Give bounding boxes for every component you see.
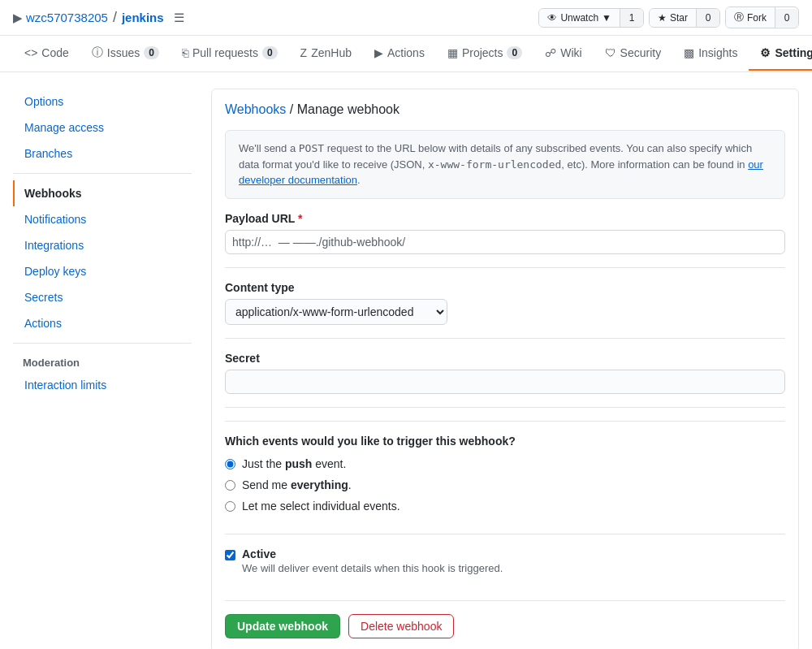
sidebar-item-webhooks[interactable]: Webhooks [13, 180, 192, 206]
payload-url-label: Payload URL * [225, 212, 785, 225]
event-everything-radio[interactable] [225, 480, 235, 491]
info-period: . [357, 174, 361, 186]
update-webhook-button[interactable]: Update webhook [225, 614, 340, 638]
event-push-option[interactable]: Just the push event. [225, 457, 785, 470]
content-type-select[interactable]: application/x-www-form-urlencoded applic… [225, 299, 447, 325]
tab-settings[interactable]: ⚙ Settings [749, 37, 812, 71]
content-type-label: Content type [225, 281, 785, 294]
info-prefix: We'll send a [239, 142, 299, 154]
secret-input[interactable] [225, 370, 785, 394]
repo-title: ▶ wzc570738205 / jenkins ☰ [13, 9, 184, 26]
fork-button[interactable]: Ⓡ Fork [726, 7, 775, 28]
sidebar-moderation-header: Moderation [13, 350, 192, 372]
eye-icon: 👁 [547, 12, 557, 24]
sidebar-item-options[interactable]: Options [13, 89, 192, 115]
sidebar: Options Manage access Branches Webhooks … [13, 89, 192, 649]
watch-button[interactable]: 👁 Unwatch ▼ [539, 9, 620, 27]
sidebar-item-interaction-limits[interactable]: Interaction limits [13, 372, 192, 398]
main-content: Webhooks / Manage webhook We'll send a P… [211, 89, 799, 649]
tab-code[interactable]: <> Code [13, 37, 80, 71]
sidebar-item-integrations[interactable]: Integrations [13, 232, 192, 258]
secret-label: Secret [225, 352, 785, 365]
settings-icon: ⚙ [760, 46, 771, 59]
tab-zenhub[interactable]: Z ZenHub [289, 37, 363, 71]
dropdown-icon: ▼ [602, 12, 611, 24]
tab-nav: <> Code ⓘ Issues 0 ⎗ Pull requests 0 Z Z… [0, 36, 812, 72]
issue-icon: ⓘ [92, 45, 103, 60]
sidebar-item-secrets[interactable]: Secrets [13, 284, 192, 310]
pr-icon: ⎗ [182, 46, 188, 59]
events-title: Which events would you like to trigger t… [225, 435, 785, 448]
sidebar-item-branches[interactable]: Branches [13, 141, 192, 167]
sidebar-divider-2 [13, 343, 192, 344]
breadcrumb-current: Manage webhook [297, 102, 400, 116]
security-icon: 🛡 [605, 46, 616, 59]
breadcrumb-sep: / [290, 102, 297, 116]
info-method: POST [299, 142, 324, 154]
breadcrumb: Webhooks / Manage webhook [225, 102, 785, 117]
star-count[interactable]: 0 [697, 9, 719, 27]
main-layout: Options Manage access Branches Webhooks … [0, 72, 812, 649]
tab-pull-requests[interactable]: ⎗ Pull requests 0 [171, 37, 289, 71]
event-individual-option[interactable]: Let me select individual events. [225, 500, 785, 513]
event-everything-label: Send me everything. [242, 478, 352, 491]
active-section: Active We will deliver event details whe… [225, 534, 785, 587]
watch-count[interactable]: 1 [620, 9, 643, 27]
info-etc: , etc). More information can be found in [561, 158, 748, 171]
tab-wiki[interactable]: ☍ Wiki [533, 37, 593, 71]
active-label: Active [242, 547, 503, 560]
sidebar-item-manage-access[interactable]: Manage access [13, 115, 192, 141]
tab-issues[interactable]: ⓘ Issues 0 [80, 36, 171, 71]
active-checkbox[interactable] [225, 550, 235, 560]
active-option[interactable]: Active We will deliver event details whe… [225, 547, 785, 574]
star-icon: ★ [658, 12, 667, 24]
webhook-form-box: Webhooks / Manage webhook We'll send a P… [211, 89, 799, 649]
secret-section: Secret [225, 352, 785, 408]
repo-sep: / [113, 9, 117, 26]
sidebar-item-deploy-keys[interactable]: Deploy keys [13, 258, 192, 284]
hamburger-icon: ☰ [174, 11, 184, 25]
repo-name[interactable]: jenkins [122, 11, 164, 24]
fork-group: Ⓡ Fork 0 [725, 6, 799, 28]
events-section: Which events would you like to trigger t… [225, 421, 785, 534]
payload-url-input[interactable] [225, 230, 785, 254]
event-individual-label: Let me select individual events. [242, 500, 400, 513]
event-everything-option[interactable]: Send me everything. [225, 478, 785, 491]
event-push-label: Just the push event. [242, 457, 346, 470]
tab-actions[interactable]: ▶ Actions [363, 37, 436, 71]
code-icon: <> [24, 46, 37, 59]
actions-icon: ▶ [374, 46, 383, 59]
fork-count[interactable]: 0 [775, 9, 798, 27]
projects-icon: ▦ [447, 46, 458, 59]
info-code: x-www-form-urlencoded [428, 158, 561, 171]
star-group: ★ Star 0 [649, 8, 720, 28]
event-push-radio[interactable] [225, 459, 235, 469]
info-box: We'll send a POST request to the URL bel… [225, 130, 785, 199]
top-actions: 👁 Unwatch ▼ 1 ★ Star 0 Ⓡ Fork 0 [538, 6, 799, 28]
required-star: * [298, 212, 302, 225]
event-individual-radio[interactable] [225, 501, 235, 512]
delete-webhook-button[interactable]: Delete webhook [348, 614, 454, 638]
sidebar-item-notifications[interactable]: Notifications [13, 206, 192, 232]
action-buttons: Update webhook Delete webhook [225, 600, 785, 638]
tab-projects[interactable]: ▦ Projects 0 [436, 37, 533, 71]
insights-icon: ▩ [684, 46, 694, 59]
content-type-section: Content type application/x-www-form-urle… [225, 281, 785, 339]
active-desc: We will deliver event details when this … [242, 562, 503, 574]
repo-owner[interactable]: wzc570738205 [26, 11, 108, 24]
breadcrumb-parent[interactable]: Webhooks [225, 102, 286, 116]
wiki-icon: ☍ [545, 46, 556, 59]
payload-url-section: Payload URL * [225, 212, 785, 268]
top-bar: ▶ wzc570738205 / jenkins ☰ 👁 Unwatch ▼ 1… [0, 0, 812, 36]
star-button[interactable]: ★ Star [650, 9, 697, 27]
active-label-group: Active We will deliver event details whe… [242, 547, 503, 574]
repo-icon: ▶ [13, 11, 23, 25]
tab-insights[interactable]: ▩ Insights [672, 37, 749, 71]
fork-icon: Ⓡ [734, 11, 744, 24]
tab-security[interactable]: 🛡 Security [594, 37, 673, 71]
watch-group: 👁 Unwatch ▼ 1 [538, 8, 644, 28]
zenhub-icon: Z [300, 46, 308, 59]
sidebar-divider-1 [13, 173, 192, 174]
sidebar-item-actions[interactable]: Actions [13, 310, 192, 336]
